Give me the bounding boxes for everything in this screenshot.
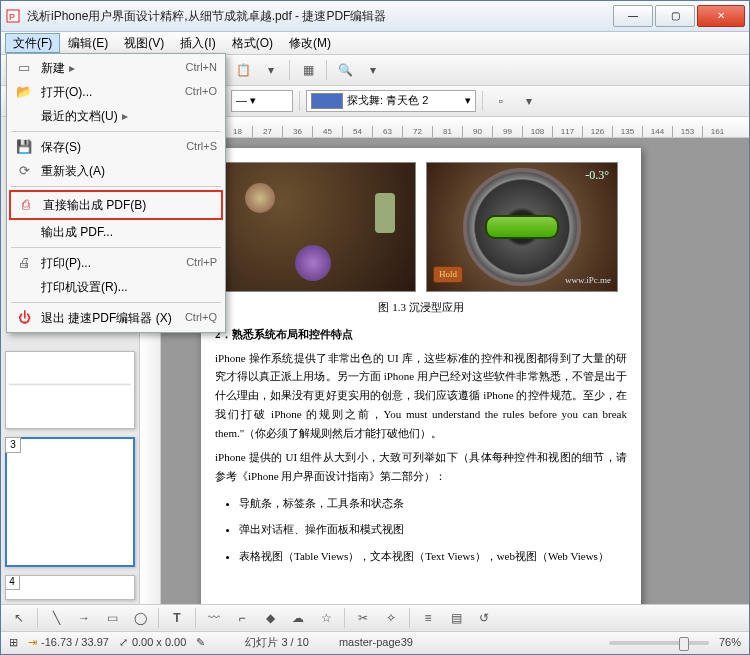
exit-icon: ⏻: [15, 309, 33, 327]
status-bar: ⊞ ⇥-16.73 / 33.97 ⤢0.00 x 0.00 ✎ 幻灯片 3 /…: [1, 631, 749, 654]
page-content: -0.3° Hold www.iPc.me 图 1.3 沉浸型应用 2．熟悉系统…: [201, 148, 641, 604]
paste-button[interactable]: 📋: [231, 58, 255, 82]
figure-caption: 图 1.3 沉浸型应用: [215, 300, 627, 315]
horizontal-ruler: 0918273645546372819099108117126135144153…: [140, 117, 749, 138]
theme-combo[interactable]: 探戈舞: 青天色 2 ▾: [306, 90, 476, 112]
gauge-icon: [463, 168, 581, 286]
menu-modify[interactable]: 修改(M): [281, 33, 339, 54]
list-item: 导航条，标签条，工具条和状态条: [239, 494, 627, 513]
curve-tool[interactable]: 〰: [202, 606, 226, 630]
wrap-tool[interactable]: ↺: [472, 606, 496, 630]
app-icon: P: [5, 8, 21, 24]
view-tab-icon[interactable]: ⊞: [9, 635, 18, 650]
connector-tool[interactable]: ⌐: [230, 606, 254, 630]
edit-mode-icon[interactable]: ✎: [196, 635, 205, 650]
new-icon: ▭: [15, 59, 33, 77]
menu-file[interactable]: 文件(F): [5, 33, 60, 54]
menu-separator: [11, 186, 221, 187]
list-item: 表格视图（Table Views），文本视图（Text Views），web视图…: [239, 547, 627, 566]
canvas[interactable]: -0.3° Hold www.iPc.me 图 1.3 沉浸型应用 2．熟悉系统…: [161, 138, 749, 604]
bullet-list: 导航条，标签条，工具条和状态条 弹出对话框、操作面板和模式视图 表格视图（Tab…: [215, 494, 627, 566]
dropdown-icon[interactable]: ▾: [361, 58, 385, 82]
menu-item-open[interactable]: 📂 打开(O)... Ctrl+O: [9, 80, 223, 104]
save-icon: 💾: [15, 138, 33, 156]
menu-item-recent[interactable]: 最近的文档(U): [9, 104, 223, 128]
line-tool[interactable]: ╲: [44, 606, 68, 630]
ellipse-tool[interactable]: ◯: [128, 606, 152, 630]
paragraph: iPhone 操作系统提供了非常出色的 UI 库，这些标准的控件和视图都得到了大…: [215, 349, 627, 442]
svg-text:P: P: [9, 12, 15, 22]
drawing-toolbar: ↖ ╲ → ▭ ◯ T 〰 ⌐ ◆ ☁ ☆ ✂ ✧ ≡ ▤ ↺: [1, 604, 749, 631]
menu-separator: [11, 302, 221, 303]
zoom-button[interactable]: 🔍: [333, 58, 357, 82]
status-coords: -16.73 / 33.97: [41, 635, 109, 650]
rect-tool[interactable]: ▭: [100, 606, 124, 630]
dropdown-icon[interactable]: ▾: [517, 89, 541, 113]
callout-tool[interactable]: ☁: [286, 606, 310, 630]
effects-tool[interactable]: ✧: [379, 606, 403, 630]
status-zoom: 76%: [719, 635, 741, 650]
menu-item-print[interactable]: 🖨 打印(P)... Ctrl+P: [9, 251, 223, 275]
status-master: master-page39: [339, 635, 413, 650]
zoom-slider[interactable]: [609, 641, 709, 645]
line-style-combo[interactable]: — ▾: [231, 90, 293, 112]
menu-insert[interactable]: 插入(I): [172, 33, 223, 54]
minimize-button[interactable]: —: [613, 5, 653, 27]
star-tool[interactable]: ☆: [314, 606, 338, 630]
sample-image-game: [224, 162, 416, 292]
chart-button[interactable]: ▾: [259, 58, 283, 82]
pointer-tool[interactable]: ↖: [7, 606, 31, 630]
menu-item-exit[interactable]: ⏻ 退出 捷速PDF编辑器 (X) Ctrl+Q: [9, 306, 223, 330]
thumbnail-page-2[interactable]: [5, 351, 135, 429]
menu-item-print-setup[interactable]: 打印机设置(R)...: [9, 275, 223, 299]
grid-button[interactable]: ▦: [296, 58, 320, 82]
open-icon: 📂: [15, 83, 33, 101]
arrange-tool[interactable]: ▤: [444, 606, 468, 630]
menu-item-save[interactable]: 💾 保存(S) Ctrl+S: [9, 135, 223, 159]
crop-tool[interactable]: ✂: [351, 606, 375, 630]
file-menu: ▭ 新建 Ctrl+N 📂 打开(O)... Ctrl+O 最近的文档(U) 💾…: [6, 53, 226, 333]
text-tool[interactable]: T: [165, 606, 189, 630]
shadow-button[interactable]: ▫: [489, 89, 513, 113]
close-button[interactable]: ✕: [697, 5, 745, 27]
menubar: 文件(F) 编辑(E) 视图(V) 插入(I) 格式(O) 修改(M): [1, 32, 749, 55]
menu-item-export-pdf-direct[interactable]: ⎙ 直接输出成 PDF(B): [9, 190, 223, 220]
sample-image-level: -0.3° Hold www.iPc.me: [426, 162, 618, 292]
status-size: 0.00 x 0.00: [132, 635, 186, 650]
menu-view[interactable]: 视图(V): [116, 33, 172, 54]
thumbnail-page-4[interactable]: 4: [5, 575, 135, 600]
shapes-tool[interactable]: ◆: [258, 606, 282, 630]
reload-icon: ⟳: [15, 162, 33, 180]
status-slide: 幻灯片 3 / 10: [245, 635, 309, 650]
menu-separator: [11, 131, 221, 132]
arrow-tool[interactable]: →: [72, 606, 96, 630]
align-tool[interactable]: ≡: [416, 606, 440, 630]
print-icon: 🖨: [15, 254, 33, 272]
menu-item-export-pdf[interactable]: 输出成 PDF...: [9, 220, 223, 244]
color-swatch: [311, 93, 343, 109]
maximize-button[interactable]: ▢: [655, 5, 695, 27]
menu-item-new[interactable]: ▭ 新建 Ctrl+N: [9, 56, 223, 80]
list-item: 弹出对话框、操作面板和模式视图: [239, 520, 627, 539]
window-title: 浅析iPhone用户界面设计精粹,从细节成就卓越.pdf - 捷速PDF编辑器: [27, 8, 611, 25]
menu-item-reload[interactable]: ⟳ 重新装入(A): [9, 159, 223, 183]
section-heading: 2．熟悉系统布局和控件特点: [215, 327, 627, 342]
menu-format[interactable]: 格式(O): [224, 33, 281, 54]
thumbnail-page-3[interactable]: 3: [5, 437, 135, 567]
paragraph: iPhone 提供的 UI 组件从大到小，大致可列举如下（具体每种控件和视图的细…: [215, 448, 627, 485]
menu-edit[interactable]: 编辑(E): [60, 33, 116, 54]
pdf-icon: ⎙: [17, 196, 35, 214]
menu-separator: [11, 247, 221, 248]
